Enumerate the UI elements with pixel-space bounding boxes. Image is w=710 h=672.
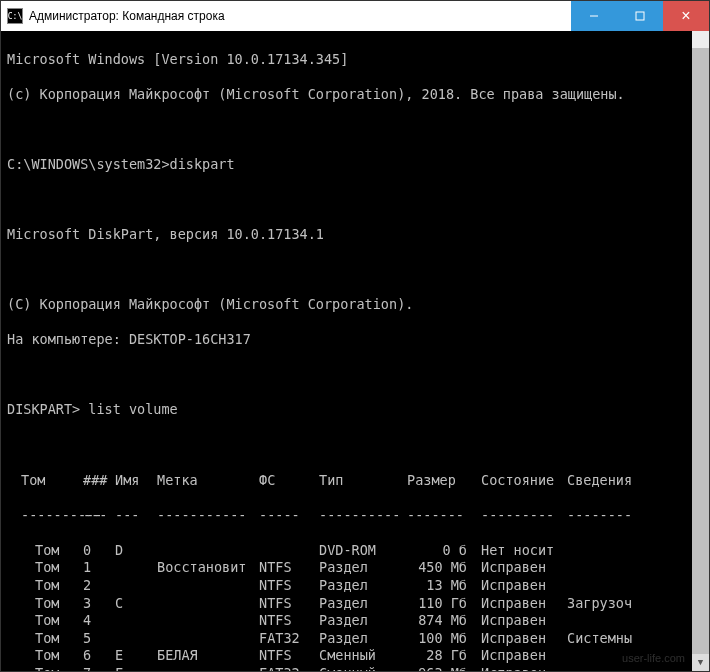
cell-info xyxy=(567,612,703,630)
blank-line xyxy=(7,191,703,209)
titlebar[interactable]: C:\ Администратор: Командная строка × xyxy=(1,1,709,31)
typed-command: list volume xyxy=(88,401,177,417)
watermark: user-life.com xyxy=(622,651,685,665)
cell-label: Восстановит xyxy=(157,559,259,577)
cell-label xyxy=(157,542,259,560)
terminal-output[interactable]: Microsoft Windows [Version 10.0.17134.34… xyxy=(1,31,709,671)
cell-status: Нет носит xyxy=(481,542,567,560)
cell-info xyxy=(567,665,703,671)
scroll-down-arrow-icon[interactable]: ▼ xyxy=(692,654,709,671)
cell-fs: NTFS xyxy=(259,612,319,630)
cell-label xyxy=(157,577,259,595)
blank-line xyxy=(7,121,703,139)
cell-info xyxy=(567,542,703,560)
cell-volume: Том xyxy=(7,665,83,671)
cell-fs: FAT32 xyxy=(259,665,319,671)
diskpart-prompt: DISKPART> xyxy=(7,401,88,417)
cell-volume: Том xyxy=(7,630,83,648)
cell-size: 450 Мб xyxy=(407,559,481,577)
cell-num: 2 xyxy=(83,577,115,595)
cell-status: Исправен xyxy=(481,559,567,577)
cell-volume: Том xyxy=(7,577,83,595)
cell-label: БЕЛАЯ xyxy=(157,647,259,665)
cell-size: 13 Мб xyxy=(407,577,481,595)
typed-command: diskpart xyxy=(170,156,235,172)
cell-volume: Том xyxy=(7,559,83,577)
table-row: Том2NTFSРаздел13 МбИсправен xyxy=(7,577,703,595)
cell-status: Исправен xyxy=(481,595,567,613)
cell-size: 28 Гб xyxy=(407,647,481,665)
cell-label xyxy=(157,665,259,671)
cell-volume: Том xyxy=(7,612,83,630)
cell-letter xyxy=(115,559,157,577)
cell-status: Исправен xyxy=(481,612,567,630)
cell-status: Исправен xyxy=(481,665,567,671)
minimize-icon xyxy=(589,11,599,21)
cell-letter xyxy=(115,612,157,630)
cell-info xyxy=(567,559,703,577)
cell-label xyxy=(157,612,259,630)
cell-size: 963 Мб xyxy=(407,665,481,671)
cell-type: Раздел xyxy=(319,577,407,595)
col-volume: Том xyxy=(7,472,83,490)
blank-line xyxy=(7,366,703,384)
window-title: Администратор: Командная строка xyxy=(29,9,571,23)
maximize-button[interactable] xyxy=(617,1,663,31)
cell-type: Раздел xyxy=(319,595,407,613)
output-line: Microsoft DiskPart, версия 10.0.17134.1 xyxy=(7,226,703,244)
cell-size: 100 Мб xyxy=(407,630,481,648)
cell-fs: NTFS xyxy=(259,595,319,613)
table-row: Том4NTFSРаздел874 МбИсправен xyxy=(7,612,703,630)
cell-num: 7 xyxy=(83,665,115,671)
col-fs: ФС xyxy=(259,472,319,490)
cell-num: 1 xyxy=(83,559,115,577)
cell-letter: D xyxy=(115,542,157,560)
cell-fs: NTFS xyxy=(259,577,319,595)
cell-type: Раздел xyxy=(319,612,407,630)
cell-type: DVD-ROM xyxy=(319,542,407,560)
scrollbar[interactable]: ▲ ▼ xyxy=(692,31,709,671)
app-icon: C:\ xyxy=(7,8,23,24)
cell-size: 110 Гб xyxy=(407,595,481,613)
col-size: Размер xyxy=(407,472,481,490)
output-line: На компьютере: DESKTOP-16CH317 xyxy=(7,331,703,349)
cell-status: Исправен xyxy=(481,630,567,648)
maximize-icon xyxy=(635,11,645,21)
cell-num: 3 xyxy=(83,595,115,613)
table-separator: ---------- --- --- ----------- ----- ---… xyxy=(7,507,703,525)
cell-num: 4 xyxy=(83,612,115,630)
cell-info: Системны xyxy=(567,630,703,648)
close-icon: × xyxy=(681,7,690,25)
col-letter: Имя xyxy=(115,472,157,490)
table-header: Том ### Имя Метка ФС Тип Размер Состояни… xyxy=(7,472,703,490)
output-line: (C) Корпорация Майкрософт (Microsoft Cor… xyxy=(7,296,703,314)
table-row: Том1ВосстановитNTFSРаздел450 МбИсправен xyxy=(7,559,703,577)
col-label: Метка xyxy=(157,472,259,490)
cell-fs: NTFS xyxy=(259,647,319,665)
cell-volume: Том xyxy=(7,542,83,560)
blank-line xyxy=(7,437,703,455)
col-type: Тип xyxy=(319,472,407,490)
cell-type: Сменный xyxy=(319,647,407,665)
cell-fs: FAT32 xyxy=(259,630,319,648)
cell-size: 0 б xyxy=(407,542,481,560)
cell-letter xyxy=(115,577,157,595)
cell-num: 6 xyxy=(83,647,115,665)
output-line: Microsoft Windows [Version 10.0.17134.34… xyxy=(7,51,703,69)
col-info: Сведения xyxy=(567,472,703,490)
cell-status: Исправен xyxy=(481,577,567,595)
command-prompt-window: C:\ Администратор: Командная строка × Mi… xyxy=(0,0,710,672)
blank-line xyxy=(7,261,703,279)
minimize-button[interactable] xyxy=(571,1,617,31)
cell-type: Раздел xyxy=(319,559,407,577)
cell-letter: F xyxy=(115,665,157,671)
cell-type: Раздел xyxy=(319,630,407,648)
scroll-thumb[interactable] xyxy=(692,48,709,654)
cell-info xyxy=(567,577,703,595)
cell-num: 5 xyxy=(83,630,115,648)
table-row: Том6EБЕЛАЯNTFSСменный28 ГбИсправен xyxy=(7,647,703,665)
cell-label xyxy=(157,595,259,613)
close-button[interactable]: × xyxy=(663,1,709,31)
cell-status: Исправен xyxy=(481,647,567,665)
cell-fs: NTFS xyxy=(259,559,319,577)
